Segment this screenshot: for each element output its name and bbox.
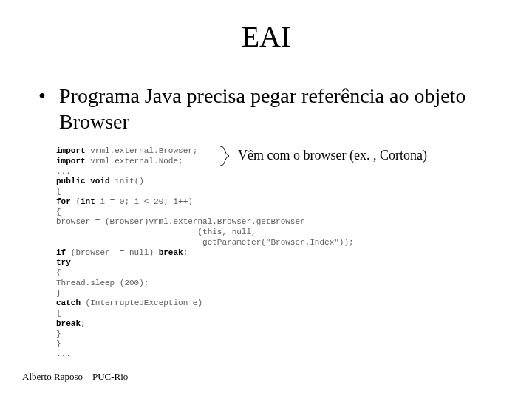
slide-title: EAI [0, 19, 532, 54]
kw-catch: catch [56, 299, 81, 307]
kw-public-void: public void [56, 177, 110, 185]
code-text: vrml.external.Node; [86, 157, 183, 166]
code-text: ... [56, 349, 71, 358]
bullet-item: • Programa Java precisa pegar referência… [38, 83, 502, 134]
kw-try: try [56, 258, 71, 267]
code-text: ; [183, 248, 188, 257]
footer-text: Alberto Raposo – PUC-Rio [22, 371, 128, 383]
kw-int: int [81, 197, 95, 206]
kw-break: break [56, 319, 81, 328]
code-block: import vrml.external.Browser; import vrm… [56, 146, 354, 360]
kw-import: import [56, 146, 86, 155]
bullet-marker: • [38, 83, 59, 134]
code-text: (InterruptedException e) [81, 299, 202, 307]
annotation-text: Vêm com o browser (ex. , Cortona) [238, 148, 427, 163]
code-text: } [56, 339, 61, 348]
kw-break: break [159, 248, 183, 257]
code-text: ; [81, 319, 86, 328]
code-text: } [56, 289, 61, 298]
code-text: { [56, 187, 61, 196]
code-text: (this, null, [56, 228, 256, 236]
code-text: init() [110, 177, 144, 185]
bullet-text: Programa Java precisa pegar referência a… [59, 83, 502, 134]
brace-icon [219, 145, 232, 167]
code-text: ... [56, 167, 71, 176]
kw-for: for [56, 197, 71, 206]
slide: EAI • Programa Java precisa pegar referê… [0, 0, 532, 399]
code-text: { [56, 309, 61, 318]
kw-import: import [56, 157, 86, 166]
code-text: { [56, 208, 61, 216]
code-text: browser = (Browser)vrml.external.Browser… [56, 217, 305, 226]
code-text: } [56, 330, 61, 338]
code-text: Thread.sleep (200); [56, 279, 149, 287]
code-text: (browser != null) [66, 248, 158, 257]
code-text: getParameter("Browser.Index")); [56, 238, 354, 247]
kw-if: if [56, 248, 66, 257]
code-text: { [56, 268, 61, 277]
code-text: i = 0; i < 20; i++) [95, 197, 193, 206]
code-text: vrml.external.Browser; [86, 146, 198, 155]
code-text: ( [71, 197, 81, 206]
